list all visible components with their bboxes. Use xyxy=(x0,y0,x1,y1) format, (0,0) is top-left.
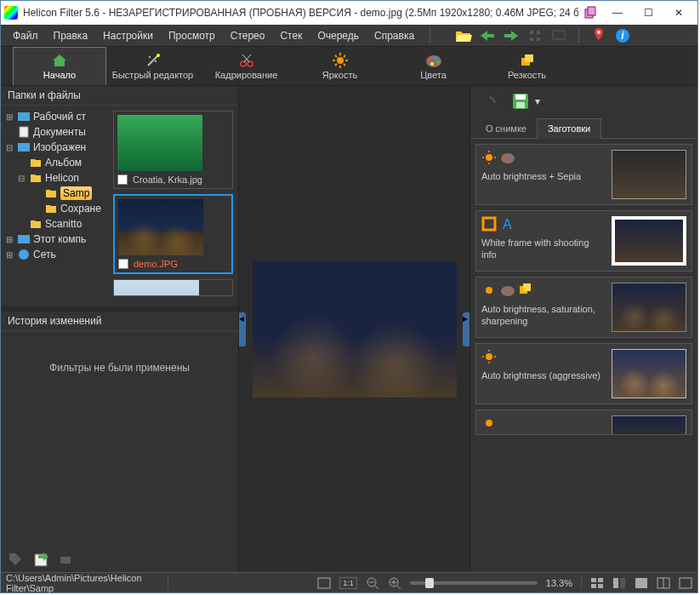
menu-view[interactable]: Просмотр xyxy=(163,27,220,44)
tree-row[interactable]: ⊟Helicon xyxy=(1,170,108,186)
svg-rect-53 xyxy=(523,283,531,291)
svg-point-7 xyxy=(597,31,600,34)
menu-help[interactable]: Справка xyxy=(369,27,419,44)
maximize-button[interactable]: ☐ xyxy=(633,3,663,23)
menu-stack[interactable]: Стек xyxy=(275,27,307,44)
menu-file[interactable]: Файл xyxy=(8,27,43,44)
close-button[interactable]: ✕ xyxy=(663,3,694,23)
svg-point-45 xyxy=(501,153,515,163)
tree-row[interactable]: Scanitto xyxy=(1,216,108,232)
thumbnail-image xyxy=(117,115,202,171)
scissors-icon xyxy=(239,53,254,68)
thumbnail-checkbox[interactable] xyxy=(117,174,128,185)
preset-item[interactable]: Auto brightness, saturation, sharpening xyxy=(475,277,692,338)
svg-point-27 xyxy=(436,60,440,64)
menu-stereo[interactable]: Стерео xyxy=(225,27,270,44)
open-folder-icon[interactable] xyxy=(454,26,473,45)
titlebar: Helicon Filter 5.6 - НЕЗАРЕГИСТРИРОВАННА… xyxy=(1,1,697,25)
preset-item[interactable]: Auto brightness + Sepia xyxy=(475,144,692,205)
info-icon[interactable]: i xyxy=(613,26,632,45)
screen-icon[interactable] xyxy=(549,26,568,45)
tab-quick-editor[interactable]: Быстрый редактор xyxy=(106,47,200,85)
zoom-out-icon[interactable] xyxy=(366,576,379,590)
svg-rect-5 xyxy=(537,37,540,41)
menu-queue[interactable]: Очередь xyxy=(312,27,364,44)
zoom-value: 13.3% xyxy=(546,578,572,588)
tab-presets[interactable]: Заготовки xyxy=(537,118,601,139)
tree-row[interactable]: Альбом xyxy=(1,155,108,170)
grid-view-icon[interactable] xyxy=(590,577,604,589)
svg-rect-33 xyxy=(18,143,30,152)
zoom-slider[interactable] xyxy=(410,581,538,585)
zoom-in-icon[interactable] xyxy=(388,576,401,590)
fullscreen-icon[interactable] xyxy=(679,577,692,589)
compare-icon[interactable] xyxy=(657,577,670,589)
svg-point-26 xyxy=(434,56,437,60)
tree-row[interactable]: ⊞Рабочий ст xyxy=(1,109,108,124)
preset-thumbnail xyxy=(612,216,686,266)
tab-crop[interactable]: Кадрирование xyxy=(200,47,293,85)
tab-brightness[interactable]: Яркость xyxy=(293,47,387,85)
grip-icon[interactable] xyxy=(526,26,544,45)
tab-start[interactable]: Начало xyxy=(13,47,106,85)
tab-label: Цвета xyxy=(420,70,447,80)
pin-icon[interactable] xyxy=(589,26,608,45)
nav-forward-icon[interactable] xyxy=(502,26,521,45)
sun-icon xyxy=(481,150,497,165)
copies-icon[interactable] xyxy=(583,6,597,20)
menu-settings[interactable]: Настройки xyxy=(98,27,158,44)
tree-row-selected[interactable]: Samp xyxy=(1,186,108,201)
tab-colors[interactable]: Цвета xyxy=(387,47,481,85)
tab-about-image[interactable]: О снимке xyxy=(475,119,537,138)
tab-label: Кадрирование xyxy=(215,70,278,80)
tree-row[interactable]: Сохране xyxy=(1,201,108,216)
move-icon[interactable] xyxy=(59,552,76,567)
menu-edit[interactable]: Правка xyxy=(48,27,94,44)
preset-item[interactable]: Auto brightness (aggressive) xyxy=(475,343,692,404)
svg-rect-30 xyxy=(525,54,533,62)
svg-rect-69 xyxy=(598,578,603,582)
left-edge-toggle[interactable]: ◂ xyxy=(239,312,246,346)
content-area: Папки и файлы ⊞Рабочий ст Документы ⊟Изо… xyxy=(1,86,697,572)
folder-tree[interactable]: ⊞Рабочий ст Документы ⊟Изображен Альбом … xyxy=(1,106,108,306)
separator xyxy=(578,28,579,43)
thumbnail-label: Croatia, Krka.jpg xyxy=(133,174,202,185)
thumbnail-list[interactable]: Croatia, Krka.jpg demo.JPG xyxy=(108,106,238,306)
tab-label: Резкость xyxy=(508,70,546,80)
tree-row[interactable]: ⊞Этот компь xyxy=(1,232,108,247)
right-edge-toggle[interactable]: ▸ xyxy=(463,312,470,346)
svg-point-35 xyxy=(19,249,29,260)
tree-row[interactable]: Документы xyxy=(1,124,108,140)
zoom-fit-icon[interactable] xyxy=(317,577,331,589)
slider-knob[interactable] xyxy=(425,578,434,588)
preset-item[interactable]: A White frame with shooting info xyxy=(475,210,692,272)
split-view-icon[interactable] xyxy=(612,577,626,589)
tag-icon[interactable] xyxy=(8,552,25,567)
zoom-11-button[interactable]: 1:1 xyxy=(339,577,357,589)
right-toolbar: ▾ xyxy=(470,86,697,117)
tree-row[interactable]: ⊞Сеть xyxy=(1,247,108,262)
tree-and-thumbs: ⊞Рабочий ст Документы ⊟Изображен Альбом … xyxy=(1,106,238,306)
export-icon[interactable] xyxy=(33,551,50,568)
nav-back-icon[interactable] xyxy=(478,26,497,45)
thumbnail-item[interactable] xyxy=(113,279,233,296)
tab-sharpness[interactable]: Резкость xyxy=(481,47,574,85)
minimize-button[interactable]: — xyxy=(602,3,633,23)
thumbnail-item[interactable]: Croatia, Krka.jpg xyxy=(113,111,233,189)
thumbnail-label: demo.JPG xyxy=(134,259,178,269)
single-view-icon[interactable] xyxy=(635,577,648,589)
preview-area[interactable]: ◂ ▸ xyxy=(239,86,470,572)
dropdown-arrow-icon[interactable]: ▾ xyxy=(535,95,540,107)
menubar: Файл Правка Настройки Просмотр Стерео Ст… xyxy=(1,25,697,47)
save-button[interactable]: ▾ xyxy=(511,92,540,111)
thumbnail-item-selected[interactable]: demo.JPG xyxy=(113,194,233,274)
preset-item[interactable] xyxy=(475,409,692,435)
svg-point-14 xyxy=(248,61,253,66)
thumbnail-checkbox[interactable] xyxy=(118,259,128,269)
preset-list[interactable]: Auto brightness + Sepia A White frame wi… xyxy=(470,139,697,572)
tab-label: Яркость xyxy=(322,70,357,80)
tree-row[interactable]: ⊟Изображен xyxy=(1,140,108,155)
undo-icon[interactable] xyxy=(479,93,499,110)
svg-line-22 xyxy=(335,64,337,66)
svg-rect-60 xyxy=(318,578,330,588)
